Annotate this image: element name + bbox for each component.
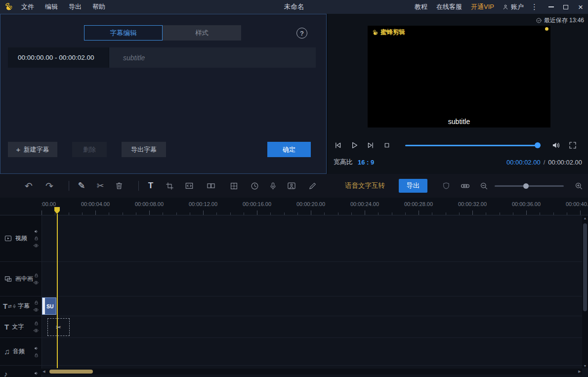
vertical-scrollbar[interactable]: ▲ ▼	[582, 215, 588, 368]
scroll-left-icon[interactable]: ◀	[42, 369, 46, 375]
play-icon	[349, 140, 359, 150]
redo-icon[interactable]: ↷	[43, 180, 55, 192]
tutorial-link[interactable]: 教程	[415, 2, 427, 11]
canvas-size-icon[interactable]	[183, 180, 195, 192]
menu-export[interactable]: 导出	[69, 2, 82, 11]
new-subtitle-button[interactable]: + 新建字幕	[8, 142, 57, 157]
aspect-ratio-value[interactable]: 16 : 9	[358, 159, 374, 166]
seek-slider[interactable]	[405, 145, 541, 146]
maximize-button[interactable]	[558, 0, 573, 14]
subtitle-entry-row[interactable]: 00:00:00.00 - 00:00:02.00 subtitle	[8, 47, 316, 68]
previous-frame-button[interactable]	[332, 139, 344, 151]
video-preview[interactable]: 蜜蜂剪辑 subtitle	[368, 26, 550, 127]
zoom-slider[interactable]	[495, 185, 564, 187]
new-subtitle-label: 新建字幕	[23, 145, 49, 154]
support-link[interactable]: 在线客服	[436, 2, 462, 11]
subtitle-clip[interactable]: SU	[42, 297, 56, 315]
track-row-pip: 画中画	[0, 262, 588, 296]
pip-track-header: 画中画	[0, 262, 42, 296]
minimize-button[interactable]	[544, 0, 558, 14]
more-menu-icon[interactable]: ⋮	[531, 2, 536, 11]
track-visibility-icon[interactable]	[33, 328, 39, 334]
speech-text-convert-link[interactable]: 语音文字互转	[345, 181, 385, 190]
tab-style[interactable]: 样式	[163, 25, 241, 41]
aspect-ratio-label: 宽高比	[334, 158, 353, 167]
vip-link[interactable]: 开通VIP	[471, 2, 494, 11]
next-frame-button[interactable]	[365, 139, 377, 151]
close-button[interactable]: ×	[573, 0, 588, 14]
zoom-out-icon[interactable]	[478, 180, 490, 192]
text-tool-icon[interactable]: T	[145, 180, 157, 192]
close-icon: ×	[578, 3, 583, 11]
ruler-label: 00:00:28.00	[404, 201, 433, 207]
menu-edit[interactable]: 编辑	[45, 2, 58, 11]
seek-slider-knob[interactable]	[535, 142, 541, 148]
export-button[interactable]: 导出	[399, 179, 427, 193]
text-track-label: 文字	[12, 323, 24, 331]
track-mute-icon[interactable]	[34, 229, 39, 234]
zoom-slider-knob[interactable]	[523, 183, 529, 189]
play-button[interactable]	[348, 139, 360, 151]
volume-button[interactable]	[550, 139, 562, 151]
pip-track-label: 画中画	[15, 275, 33, 283]
horizontal-scrollbar[interactable]: ◀ ▶	[42, 369, 582, 375]
audio-track-content[interactable]	[42, 338, 588, 365]
timeline-section: 00:00:00.00 00:00:04.00 00:00:08.00 00:0…	[0, 198, 588, 377]
tab-subtitle-edit[interactable]: 字幕编辑	[84, 25, 163, 41]
clip-trim-handle[interactable]	[42, 298, 45, 314]
undo-icon[interactable]: ↶	[23, 180, 35, 192]
track-mute-icon[interactable]	[34, 371, 39, 376]
menu-help[interactable]: 帮助	[92, 2, 105, 11]
duration-clock-icon[interactable]	[249, 180, 260, 192]
webcam-record-icon[interactable]	[286, 180, 297, 192]
draw-pen-icon[interactable]	[306, 180, 318, 192]
split-scissors-icon[interactable]: ✂	[94, 180, 106, 192]
subtitle-track-content[interactable]: SU	[42, 296, 588, 316]
previous-frame-icon	[333, 140, 343, 150]
audio-track-label: 音频	[13, 347, 25, 356]
track-lock-icon[interactable]	[34, 352, 39, 358]
ruler-label: 00:00:08.00	[135, 201, 164, 207]
track-row-video: 视频	[0, 215, 588, 262]
edit-pencil-icon[interactable]: ✎	[76, 180, 87, 192]
timeline-ruler[interactable]: 00:00:00.00 00:00:04.00 00:00:08.00 00:0…	[0, 198, 588, 215]
video-track-content[interactable]	[42, 215, 588, 261]
track-mute-icon[interactable]	[34, 345, 39, 351]
delete-subtitle-button[interactable]: 删除	[72, 142, 107, 157]
text-track-header: T 文字	[0, 316, 42, 337]
menu-file[interactable]: 文件	[21, 2, 34, 11]
split-screen-icon[interactable]	[205, 180, 217, 192]
fit-timeline-icon[interactable]	[459, 180, 471, 192]
scroll-up-icon[interactable]: ▲	[582, 215, 588, 220]
horizontal-scroll-thumb[interactable]	[49, 370, 93, 374]
account-button[interactable]: 账户	[502, 2, 524, 11]
crop-icon[interactable]	[164, 180, 175, 192]
vertical-scroll-thumb[interactable]	[583, 223, 587, 311]
fullscreen-button[interactable]	[567, 139, 579, 151]
text-track-content[interactable]: ✂	[42, 316, 588, 337]
trash-icon[interactable]	[113, 180, 125, 192]
export-subtitle-button[interactable]: 导出字幕	[122, 142, 166, 157]
subtitle-entry-time[interactable]: 00:00:00.00 - 00:00:02.00	[8, 47, 109, 68]
volume-icon	[551, 140, 561, 150]
track-lock-icon[interactable]	[34, 273, 39, 278]
help-icon[interactable]: ?	[296, 28, 307, 39]
confirm-button[interactable]: 确定	[267, 142, 311, 157]
scroll-right-icon[interactable]: ▶	[577, 369, 582, 375]
watermark-dot[interactable]	[545, 27, 548, 31]
microphone-icon[interactable]	[267, 180, 279, 192]
subtitle-entry-text[interactable]: subtitle	[109, 47, 316, 68]
mosaic-icon[interactable]	[228, 180, 240, 192]
track-visibility-icon[interactable]	[33, 280, 39, 286]
ruler-label: 00:00:32.00	[458, 201, 487, 207]
track-lock-icon[interactable]	[34, 321, 39, 326]
track-visibility-icon[interactable]	[33, 307, 39, 313]
pip-track-content[interactable]	[42, 262, 588, 296]
subtitle-overlay[interactable]: subtitle	[368, 118, 550, 126]
zoom-in-icon[interactable]	[573, 180, 585, 192]
track-visibility-icon[interactable]	[33, 243, 39, 249]
track-lock-icon[interactable]	[34, 236, 39, 241]
track-lock-icon[interactable]	[34, 300, 39, 305]
scroll-down-icon[interactable]: ▼	[582, 363, 588, 368]
stop-button[interactable]	[381, 139, 393, 151]
